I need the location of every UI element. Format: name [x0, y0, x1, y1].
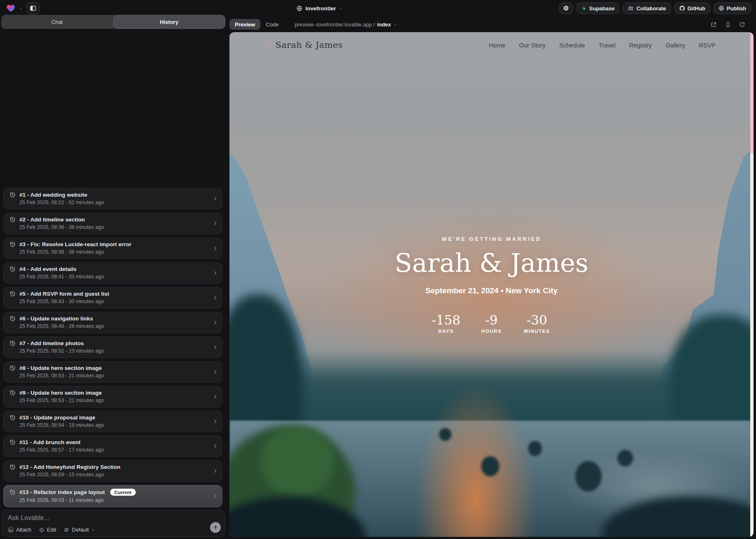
- mobile-view-icon[interactable]: [725, 21, 731, 28]
- send-button[interactable]: [210, 522, 221, 533]
- history-item[interactable]: #7 - Add timeline photos 25 Feb 2025, 08…: [3, 337, 222, 358]
- site-scrollbar-thumb[interactable]: [750, 32, 754, 154]
- countdown-value: -158: [432, 313, 461, 327]
- history-item[interactable]: #9 - Update hero section image 25 Feb 20…: [3, 386, 222, 407]
- preview-toolbar: Preview Code preview--lovefrontier.lovab…: [229, 18, 754, 31]
- github-button[interactable]: GitHub: [674, 2, 710, 14]
- collaborate-button[interactable]: Collaborate: [623, 2, 671, 14]
- hero-date: September 21, 2024 • New York City: [425, 286, 558, 295]
- history-item[interactable]: #5 - Add RSVP form and guest list 25 Feb…: [3, 287, 222, 308]
- chevron-right-icon: [213, 370, 218, 375]
- hero-title: Sarah & James: [395, 248, 588, 278]
- site-nav-link[interactable]: Home: [489, 42, 506, 49]
- chevron-right-icon: [213, 320, 218, 325]
- attach-button[interactable]: Attach: [8, 527, 31, 533]
- chevron-right-icon: [213, 468, 218, 474]
- history-icon: [9, 414, 16, 421]
- select-target-icon: [39, 527, 45, 533]
- edit-button[interactable]: Edit: [39, 527, 56, 533]
- open-external-icon[interactable]: [711, 21, 717, 28]
- publish-button[interactable]: Publish: [713, 2, 751, 14]
- site-preview-viewport: ♡ Sarah & James HomeOur StoryScheduleTra…: [229, 32, 754, 537]
- toggle-sidebar-button[interactable]: [26, 2, 40, 14]
- tab-code[interactable]: Code: [260, 19, 284, 30]
- countdown-column: -9HOURS: [476, 313, 507, 334]
- history-icon: [9, 340, 16, 346]
- history-icon: [9, 489, 16, 495]
- site-nav-link[interactable]: Registry: [629, 42, 652, 49]
- countdown-label: HOURS: [481, 329, 502, 334]
- history-icon: [9, 192, 16, 198]
- history-item[interactable]: #4 - Add event details 25 Feb 2025, 08:4…: [3, 262, 222, 284]
- chevron-right-icon: [213, 419, 218, 424]
- chevron-right-icon: [213, 394, 218, 400]
- publish-globe-icon: [718, 5, 724, 11]
- site-logo[interactable]: ♡ Sarah & James: [264, 40, 343, 50]
- supabase-button[interactable]: Supabase: [576, 2, 619, 14]
- countdown-label: DAYS: [438, 329, 454, 334]
- site-nav-link[interactable]: Schedule: [559, 42, 585, 49]
- lovable-logo-icon[interactable]: [6, 3, 16, 13]
- preview-url[interactable]: preview--lovefrontier.lovable.app / inde…: [295, 21, 397, 28]
- history-item[interactable]: #1 - Add wedding website 25 Feb 2025, 08…: [3, 188, 222, 209]
- refresh-icon[interactable]: [739, 21, 745, 28]
- site-nav-link[interactable]: Gallery: [666, 42, 685, 49]
- countdown-value: -9: [485, 313, 498, 327]
- countdown: -158DAYS-9HOURS-30MINUTES: [431, 313, 552, 334]
- hero-eyebrow: WE'RE GETTING MARRIED: [442, 236, 541, 242]
- current-badge: Current: [110, 489, 136, 496]
- chevron-right-icon: [213, 221, 218, 226]
- project-globe-icon: [296, 5, 302, 12]
- history-item[interactable]: #12 - Add Honeyfund Registry Section 25 …: [3, 460, 222, 482]
- site-scrollbar[interactable]: [750, 32, 754, 537]
- supabase-bolt-icon: [581, 6, 587, 11]
- sidebar-tab-bar: Chat History: [1, 15, 225, 29]
- mode-select[interactable]: Default: [64, 527, 95, 533]
- history-icon: [9, 266, 16, 272]
- tab-chat[interactable]: Chat: [1, 15, 113, 29]
- history-item[interactable]: #13 - Refactor index page layout Current…: [3, 485, 222, 507]
- ask-lovable-input[interactable]: [8, 514, 181, 522]
- history-icon: [9, 315, 16, 322]
- logo-menu-chevron-icon[interactable]: [19, 6, 23, 10]
- history-icon: [9, 241, 16, 247]
- sliders-icon: [64, 527, 69, 533]
- history-icon: [9, 464, 16, 470]
- collaborate-people-icon: [628, 6, 634, 11]
- history-item[interactable]: #8 - Update hero section image 25 Feb 20…: [3, 361, 222, 383]
- lovable-app-window: lovefrontier ⚙ Supabase Collaborate GitH…: [0, 0, 756, 539]
- site-navbar: ♡ Sarah & James HomeOur StoryScheduleTra…: [229, 32, 754, 58]
- history-icon: [9, 390, 16, 396]
- arrow-up-icon: [213, 525, 218, 530]
- countdown-value: -30: [527, 313, 547, 327]
- countdown-label: MINUTES: [524, 329, 550, 334]
- site-nav-link[interactable]: Our Story: [519, 42, 546, 49]
- history-icon: [9, 217, 16, 223]
- chevron-right-icon: [213, 196, 218, 202]
- site-nav-links: HomeOur StoryScheduleTravelRegistryGalle…: [489, 42, 716, 49]
- tab-history[interactable]: History: [113, 15, 226, 29]
- chevron-right-icon: [213, 271, 218, 276]
- history-item[interactable]: #11 - Add brunch event 25 Feb 2025, 08:5…: [3, 435, 222, 457]
- heart-icon: ♡: [264, 40, 272, 50]
- chevron-right-icon: [213, 444, 218, 449]
- chevron-right-icon: [213, 494, 218, 499]
- history-item[interactable]: #3 - Fix: Resolve Lucide-react import er…: [3, 238, 222, 259]
- settings-button[interactable]: ⚙: [559, 2, 573, 14]
- mode-chevron-icon: [91, 528, 95, 532]
- history-item[interactable]: #2 - Add timeline section 25 Feb 2025, 0…: [3, 213, 222, 234]
- chevron-right-icon: [213, 345, 218, 350]
- project-selector[interactable]: lovefrontier: [296, 0, 343, 16]
- history-item[interactable]: #10 - Update proposal image 25 Feb 2025,…: [3, 411, 222, 432]
- tab-preview[interactable]: Preview: [229, 19, 260, 30]
- attach-image-icon: [8, 527, 14, 533]
- top-bar: lovefrontier ⚙ Supabase Collaborate GitH…: [0, 0, 756, 16]
- history-icon: [9, 291, 16, 297]
- history-item[interactable]: #6 - Update navigation links 25 Feb 2025…: [3, 312, 222, 333]
- countdown-column: -30MINUTES: [522, 313, 552, 334]
- site-nav-link[interactable]: Travel: [598, 42, 615, 49]
- history-icon: [9, 365, 16, 371]
- url-chevron-icon: [393, 23, 397, 26]
- site-nav-link[interactable]: RSVP: [699, 42, 716, 49]
- history-list: #1 - Add wedding website 25 Feb 2025, 08…: [3, 34, 222, 507]
